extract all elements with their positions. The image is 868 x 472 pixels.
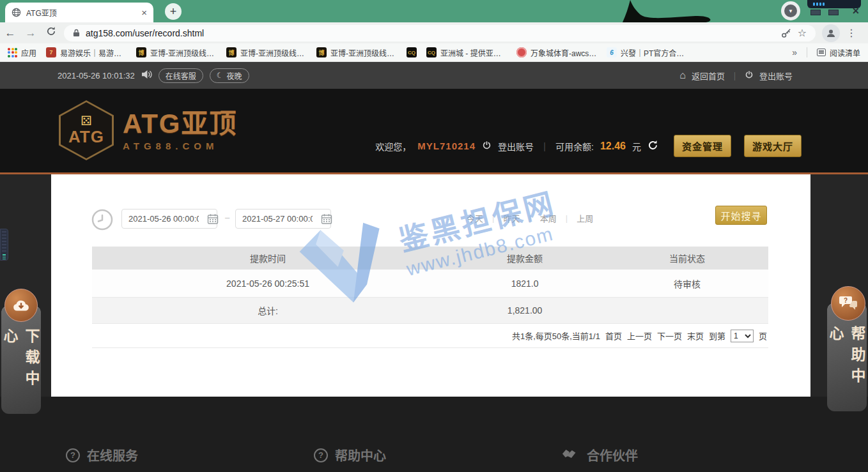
pagination-last[interactable]: 末页 [687, 330, 704, 342]
footer-help-center: ? 帮助中心 [314, 446, 562, 472]
moon-icon: ☾ [217, 71, 224, 80]
browser-window: ATG亚顶 × + ▼ ✕ ← → atg158.com/user/record… [0, 0, 868, 472]
footer-online-service: ? 在线服务 [66, 446, 314, 472]
new-tab-button[interactable]: + [165, 3, 182, 20]
browser-menu-icon[interactable]: ⋮ [845, 27, 858, 39]
total-value: 1,821.00 [444, 305, 606, 316]
divider [807, 47, 807, 57]
bookmark-item[interactable]: 博亚博-亚洲顶级线上... [316, 47, 397, 58]
bookmark-favicon: CQ [407, 47, 417, 57]
pagination-first[interactable]: 首页 [605, 330, 622, 342]
search-button[interactable]: 开始搜寻 [715, 206, 767, 225]
site-topbar: 2021-05-26 10:01:32 在线客服 ☾夜晚 ⌂ 返回首页 ｜ 登出… [0, 62, 868, 89]
back-button[interactable]: ← [0, 27, 20, 40]
night-mode-toggle[interactable]: ☾夜晚 [210, 68, 249, 83]
download-center-widget[interactable]: 下载中心 [0, 289, 42, 414]
table-total-row: 总计: 1,821.00 [92, 298, 768, 324]
filter-last-week[interactable]: 上周 [577, 212, 593, 224]
logo-hexagon: ⚄ ATG [59, 100, 114, 160]
pagination-prev[interactable]: 上一页 [627, 330, 652, 342]
browser-tab[interactable]: ATG亚顶 × [5, 3, 153, 22]
refresh-balance-icon[interactable] [647, 140, 658, 153]
footer-section-title: 合作伙伴 [587, 446, 638, 464]
bookmarks-overflow-icon[interactable]: » [792, 47, 797, 57]
datetime-text: 2021-05-26 10:01:32 [58, 71, 135, 80]
password-key-icon[interactable] [781, 27, 792, 38]
lock-icon [73, 29, 80, 37]
home-link[interactable]: 返回首页 [692, 70, 725, 82]
bookmark-item[interactable]: 博亚博-亚洲顶级线上... [226, 47, 307, 58]
bookmark-item[interactable]: 6兴發｜PT官方合作... [607, 47, 687, 58]
edge-tool-widget[interactable] [0, 229, 8, 261]
home-icon: ⌂ [679, 70, 686, 81]
bookmark-favicon [516, 47, 527, 57]
cloud-download-icon[interactable] [4, 289, 38, 322]
bookmark-star-icon[interactable]: ☆ [798, 27, 807, 39]
total-label: 总计: [92, 304, 444, 317]
decorative-swoosh [621, 0, 717, 22]
address-bar[interactable]: atg158.com/user/record.shtml ☆ [64, 25, 816, 42]
goto-suffix: 页 [759, 330, 767, 342]
bookmark-item[interactable]: 博亚博-亚洲顶级线上... [136, 47, 217, 58]
date-to-input[interactable] [235, 209, 331, 229]
speaker-icon[interactable] [141, 70, 152, 81]
reading-list-button[interactable]: 阅读清单 [817, 47, 860, 58]
divider: ｜ [540, 140, 549, 153]
fund-management-button[interactable]: 资金管理 [674, 135, 731, 157]
site-footer: ? 在线服务 ? 帮助中心 合作伙伴 [0, 397, 868, 472]
recorder-button[interactable] [810, 10, 821, 15]
question-circle-icon: ? [314, 448, 328, 462]
filter-this-week[interactable]: 本周 [540, 212, 557, 224]
page-select[interactable]: 1 [731, 330, 754, 342]
logout-link[interactable]: 登出账号 [498, 140, 534, 153]
balance-unit: 元 [632, 140, 641, 153]
tab-close-icon[interactable]: × [141, 8, 147, 17]
withdraw-record-table: 提款时间 提款金额 当前状态 2021-05-26 00:25:51 1821.… [92, 247, 768, 348]
filter-yesterday[interactable]: 昨天 [503, 212, 520, 224]
help-center-widget[interactable]: ? 帮助中心 [826, 286, 868, 411]
bookmark-item[interactable]: CQ亚洲城 - 提供亚洲... [426, 47, 507, 58]
bookmark-favicon: 博 [226, 47, 236, 57]
bookmark-favicon: 7 [46, 47, 56, 57]
site-header: ⚄ ATG ATG亚顶 ATG88.COM 欢迎您， MYL710214 登出账… [0, 89, 868, 174]
extensions-collapse-button[interactable]: ▼ [781, 1, 800, 20]
cell-withdraw-time: 2021-05-26 00:25:51 [92, 278, 444, 289]
cell-withdraw-amount: 1821.0 [444, 278, 606, 289]
logout-link[interactable]: 登出账号 [759, 70, 793, 82]
profile-avatar[interactable] [822, 24, 840, 42]
chat-help-icon[interactable]: ? [831, 286, 865, 321]
forward-button[interactable]: → [20, 27, 41, 40]
reload-button[interactable] [41, 26, 61, 40]
welcome-text: 欢迎您， [375, 140, 411, 153]
date-from-input[interactable] [121, 209, 217, 229]
site-logo[interactable]: ⚄ ATG ATG亚顶 ATG88.COM [59, 100, 238, 160]
online-service-button[interactable]: 在线客服 [159, 68, 203, 83]
col-current-status: 当前状态 [606, 252, 768, 264]
apps-grid-icon [8, 48, 17, 57]
username-text: MYL710214 [417, 141, 476, 151]
bookmark-favicon: 博 [136, 47, 146, 57]
recorder-close-icon[interactable]: ✕ [852, 6, 860, 16]
divider: ｜ [731, 70, 739, 82]
bookmark-item[interactable]: 万象城体育-awcsp... [516, 47, 597, 58]
power-icon [482, 141, 492, 152]
url-text[interactable]: atg158.com/user/record.shtml [86, 28, 775, 38]
browser-titlebar: ATG亚顶 × + ▼ ✕ [0, 0, 868, 22]
bookmark-item[interactable]: CQ [407, 47, 417, 57]
col-withdraw-amount: 提款金额 [444, 252, 606, 264]
pagination-next[interactable]: 下一页 [657, 330, 682, 342]
balance-label: 可用余额: [555, 140, 594, 153]
filter-today[interactable]: 今天 [467, 212, 483, 224]
bookmark-favicon: 6 [607, 47, 617, 57]
handshake-icon [562, 448, 580, 462]
game-lobby-button[interactable]: 游戏大厅 [744, 135, 802, 157]
svg-text:?: ? [844, 297, 848, 304]
bookmark-item[interactable]: 7易游娱乐｜易游电... [46, 47, 127, 58]
logo-title: ATG亚顶 [123, 109, 238, 139]
footer-section-title: 在线服务 [87, 446, 138, 464]
recorder-button[interactable] [828, 10, 839, 15]
apps-shortcut[interactable]: 应用 [8, 47, 36, 58]
table-header-row: 提款时间 提款金额 当前状态 [92, 247, 768, 270]
pagination-summary: 共1条,每页50条,当前1/1 [512, 330, 600, 342]
pagination: 共1条,每页50条,当前1/1 首页 上一页 下一页 末页 到第 1 页 [92, 324, 768, 348]
